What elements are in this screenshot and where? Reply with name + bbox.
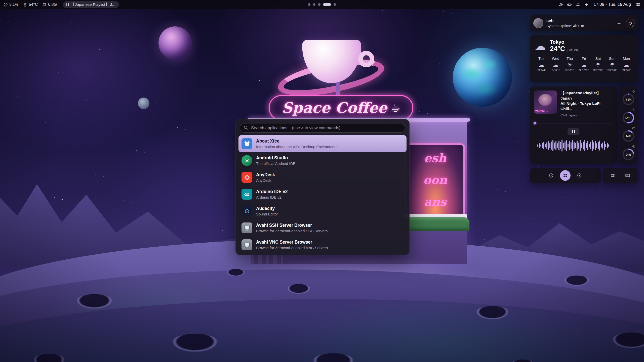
waveform [534, 138, 613, 154]
weather-card: ☁ Tokyo 24°C (GMT+9) Tue☁33°/24° Wed☁35°… [530, 35, 638, 82]
workspace-dot[interactable] [308, 3, 310, 6]
app-item-about-xfce[interactable]: About Xfce Information about the Xfce De… [238, 135, 407, 152]
sign-pole [336, 82, 340, 97]
waveform-bar [569, 141, 570, 150]
app-item-arduino-ide[interactable]: ∞ Arduino IDE v2 Arduino IDE v2 [238, 186, 407, 203]
avahi-monitor-icon [242, 222, 252, 233]
topbar-media-widget[interactable]: 【Japanese Playlist】 J... [63, 1, 119, 8]
weather-icon: ☁ [577, 62, 591, 67]
star [234, 180, 234, 180]
waveform-bar [572, 140, 573, 151]
star [33, 172, 33, 173]
compass-button[interactable] [574, 170, 585, 181]
pause-button[interactable] [568, 128, 579, 135]
volume-icon[interactable] [584, 2, 589, 7]
workspace-dot[interactable] [323, 3, 331, 6]
waveform-bar [554, 143, 555, 149]
waveform-bar [607, 143, 608, 148]
workspace-dots [308, 3, 336, 6]
star [513, 15, 513, 15]
waveform-bar [581, 143, 582, 148]
waveform-bar [593, 142, 594, 149]
app-desc: The official Android IDE [256, 161, 295, 166]
screen-record-button[interactable] [608, 170, 618, 181]
star [107, 124, 107, 124]
waveform-bar [542, 143, 543, 148]
weather-forecast: Tue☁33°/24° Wed☁35°/25° Thu☀33°/26° Fri☁… [534, 57, 633, 72]
battery-icon[interactable] [567, 2, 572, 7]
cpu-stat: 3.1% [4, 2, 18, 7]
crater [564, 276, 590, 286]
weather-city: Tokyo [550, 39, 578, 45]
star [124, 200, 124, 201]
app-item-android-studio[interactable]: Android Studio The official Android IDE [238, 152, 407, 169]
search-bar [240, 123, 405, 132]
neon-sign: Space Coffee ☕ [269, 95, 413, 121]
album-art: TOKYO L... [534, 90, 557, 114]
apps-icon [563, 173, 568, 178]
clock[interactable]: 17:09 - Tue, 19 Aug [594, 2, 631, 7]
search-input[interactable] [240, 123, 405, 132]
workspace-dot[interactable] [334, 3, 336, 6]
app-item-texts: Avahi SSH Server Browser Browse for Zero… [256, 223, 328, 233]
waveform-bar [596, 143, 597, 148]
keyboard-button[interactable] [622, 170, 633, 181]
star [640, 71, 640, 71]
waveform-bar [557, 143, 558, 148]
waveform-bar [602, 143, 603, 149]
quick-actions-card [530, 168, 601, 183]
bell-icon[interactable] [576, 2, 580, 7]
star [271, 30, 271, 30]
app-item-audacity[interactable]: Audacity Sound Editor [238, 203, 407, 219]
dashboard-button[interactable] [546, 170, 556, 181]
seek-knob[interactable] [534, 122, 536, 124]
star [99, 49, 100, 50]
hedge [401, 217, 469, 231]
app-desc: Browse for Zeroconf-enabled SSH Servers [256, 229, 328, 233]
window-neon-text: oon [423, 174, 447, 186]
workspace-dot[interactable] [313, 3, 315, 6]
waveform-bar [551, 142, 552, 150]
window-neon-text: ans [424, 196, 446, 208]
profile-texts: seb System Uptime: 4h11m [546, 18, 584, 28]
weather-now: Tokyo 24°C (GMT+9) [550, 39, 578, 53]
apps-grid-icon[interactable] [636, 2, 640, 7]
compass-icon [577, 173, 582, 178]
waveform-bar [561, 140, 562, 152]
xfce-mouse-icon [242, 138, 252, 149]
app-name: AnyDesk [256, 172, 275, 177]
power-button[interactable] [626, 19, 634, 27]
gear-icon [617, 21, 621, 25]
star [403, 35, 403, 35]
star [505, 191, 506, 192]
seek-bar[interactable] [534, 122, 613, 124]
app-item-avahi-ssh[interactable]: Avahi SSH Server Browser Browse for Zero… [238, 219, 407, 236]
weather-icon: ☁ [619, 62, 633, 67]
profile-name: seb [546, 18, 584, 23]
star [74, 149, 74, 149]
waveform-bar [604, 141, 605, 150]
tools-icon[interactable] [558, 2, 563, 7]
star [238, 56, 238, 56]
track-subtitle: Chill Japan. [560, 113, 613, 117]
app-item-anydesk[interactable]: AnyDesk AnyDesk [238, 169, 407, 186]
star [140, 26, 141, 26]
weather-icon: ☂ [591, 62, 605, 67]
topbar-left-group: 3.1% 54°C 6.8G 【Japanese Playlist】 J... [4, 1, 119, 8]
star [136, 150, 137, 151]
launcher-toggle-button[interactable] [560, 170, 571, 181]
app-name: About Xfce [256, 139, 338, 144]
star [132, 202, 132, 203]
star [444, 11, 444, 12]
settings-button[interactable] [615, 19, 623, 27]
workspace-dot[interactable] [318, 3, 320, 6]
waveform-bar [601, 144, 602, 148]
audacity-headphones-icon [242, 206, 252, 216]
star [29, 46, 29, 46]
app-item-texts: Avahi VNC Server Browser Browse for Zero… [256, 240, 328, 250]
disk-gauge: 24% [622, 145, 635, 161]
app-item-avahi-vnc[interactable]: Avahi VNC Server Browser Browse for Zero… [238, 236, 407, 253]
star [95, 174, 96, 174]
memory-stat: 6.8G [42, 2, 57, 7]
camera-icon [611, 173, 616, 178]
